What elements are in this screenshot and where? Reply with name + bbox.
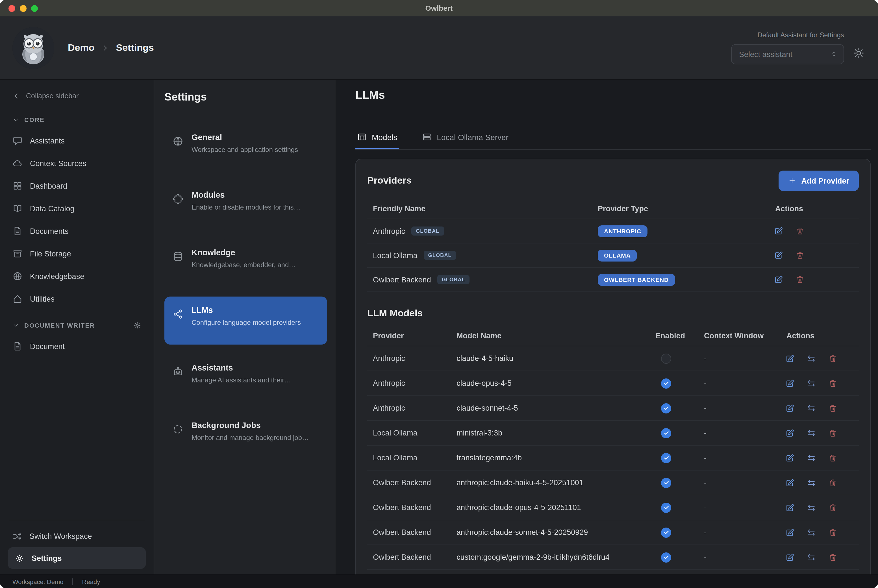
swap-icon[interactable] <box>807 553 816 562</box>
sidebar-section-document-writer[interactable]: DOCUMENT WRITER <box>0 316 154 335</box>
enabled-checkbox[interactable] <box>661 478 671 488</box>
provider-row-anthropic: Anthropic GLOBAL ANTHROPIC <box>367 219 859 243</box>
sidebar-item-assistants[interactable]: Assistants <box>0 129 154 152</box>
trash-icon[interactable] <box>828 478 837 487</box>
settings-nav-item-assistants[interactable]: Assistants Manage AI assistants and thei… <box>164 354 327 402</box>
tab-models[interactable]: Models <box>356 132 399 149</box>
column-actions: Actions <box>781 332 859 340</box>
sidebar-item-dashboard[interactable]: Dashboard <box>0 174 154 197</box>
settings-nav-item-knowledge[interactable]: Knowledge Knowledgebase, embedder, and… <box>164 239 327 287</box>
trash-icon[interactable] <box>828 503 837 512</box>
column-model-name: Model Name <box>451 332 650 340</box>
swap-icon[interactable] <box>807 404 816 412</box>
check-icon <box>663 529 669 536</box>
trash-icon[interactable] <box>795 226 804 236</box>
enabled-checkbox[interactable] <box>661 453 671 463</box>
trash-icon[interactable] <box>828 428 837 438</box>
model-row: Owlbert Backend anthropic:claude-haiku-4… <box>367 471 859 495</box>
trash-icon[interactable] <box>828 453 837 462</box>
enabled-checkbox[interactable] <box>661 502 671 513</box>
check-icon <box>663 430 669 436</box>
check-icon <box>663 504 669 511</box>
column-friendly-name: Friendly Name <box>367 204 592 213</box>
llm-models-title: LLM Models <box>367 308 859 319</box>
check-icon <box>663 480 669 486</box>
edit-icon[interactable] <box>785 528 794 537</box>
assistant-select[interactable]: Select assistant <box>731 44 844 64</box>
settings-nav-item-background-jobs[interactable]: Background Jobs Monitor and manage backg… <box>164 412 327 460</box>
edit-icon[interactable] <box>785 428 794 438</box>
provider-name: Anthropic <box>373 227 405 235</box>
gear-icon[interactable] <box>134 321 141 329</box>
enabled-checkbox[interactable] <box>661 353 671 363</box>
theme-toggle-button[interactable] <box>853 47 864 58</box>
enabled-checkbox[interactable] <box>661 527 671 537</box>
swap-icon[interactable] <box>807 478 816 487</box>
edit-icon[interactable] <box>785 478 794 487</box>
column-context-window: Context Window <box>698 332 781 340</box>
database-icon <box>172 251 184 262</box>
edit-icon[interactable] <box>774 251 783 260</box>
edit-icon[interactable] <box>785 553 794 562</box>
settings-nav-item-general[interactable]: General Workspace and application settin… <box>164 124 327 172</box>
owl-logo-icon <box>12 27 54 69</box>
sidebar-item-utilities[interactable]: Utilities <box>0 288 154 310</box>
swap-icon[interactable] <box>807 379 816 388</box>
file-icon <box>12 341 23 351</box>
globe-icon <box>12 271 23 281</box>
chevron-right-icon <box>101 44 109 52</box>
edit-icon[interactable] <box>774 226 783 236</box>
edit-icon[interactable] <box>785 404 794 412</box>
swap-icon[interactable] <box>807 528 816 537</box>
enabled-checkbox[interactable] <box>661 403 671 413</box>
puzzle-icon <box>172 193 184 204</box>
sidebar-item-data-catalog[interactable]: Data Catalog <box>0 197 154 220</box>
breadcrumb-settings[interactable]: Settings <box>116 42 154 53</box>
sidebar-item-settings[interactable]: Settings <box>8 548 146 569</box>
edit-icon[interactable] <box>785 379 794 388</box>
add-provider-button[interactable]: Add Provider <box>779 171 859 191</box>
sidebar-item-context-sources[interactable]: Context Sources <box>0 152 154 174</box>
global-badge: GLOBAL <box>411 226 444 236</box>
swap-icon[interactable] <box>807 453 816 462</box>
trash-icon[interactable] <box>795 251 804 260</box>
edit-icon[interactable] <box>785 453 794 462</box>
sidebar-item-file-storage[interactable]: File Storage <box>0 242 154 265</box>
page-title: LLMs <box>356 88 870 102</box>
tab-local-ollama-server[interactable]: Local Ollama Server <box>420 132 510 149</box>
edit-icon[interactable] <box>785 503 794 512</box>
breadcrumb-workspace[interactable]: Demo <box>68 42 95 53</box>
settings-nav-item-llms[interactable]: LLMs Configure language model providers <box>164 297 327 345</box>
trash-icon[interactable] <box>828 528 837 537</box>
trash-icon[interactable] <box>828 354 837 363</box>
edit-icon[interactable] <box>774 275 783 284</box>
sidebar-item-knowledgebase[interactable]: Knowledgebase <box>0 265 154 288</box>
trash-icon[interactable] <box>828 379 837 388</box>
enabled-checkbox[interactable] <box>661 428 671 438</box>
enabled-checkbox[interactable] <box>661 378 671 388</box>
llm-settings-card: Providers Add Provider Friendly Name Pro… <box>356 159 870 574</box>
settings-nav-item-modules[interactable]: Modules Enable or disable modules for th… <box>164 182 327 230</box>
sidebar-item-document[interactable]: Document <box>0 335 154 357</box>
chevron-left-icon <box>12 92 20 100</box>
sidebar-item-switch-workspace[interactable]: Switch Workspace <box>0 525 154 548</box>
provider-type-badge: OLLAMA <box>598 249 637 261</box>
edit-icon[interactable] <box>785 354 794 363</box>
swap-icon[interactable] <box>807 428 816 438</box>
swap-icon[interactable] <box>807 503 816 512</box>
sidebar-section-core[interactable]: CORE <box>0 110 154 129</box>
table-icon <box>357 132 367 142</box>
check-icon <box>663 554 669 560</box>
enabled-checkbox[interactable] <box>661 552 671 562</box>
trash-icon[interactable] <box>795 275 804 284</box>
sidebar-item-documents[interactable]: Documents <box>0 220 154 242</box>
file-icon <box>12 226 23 236</box>
trash-icon[interactable] <box>828 404 837 412</box>
archive-icon <box>12 249 23 259</box>
models-table-header: Provider Model Name Enabled Context Wind… <box>367 326 859 346</box>
trash-icon[interactable] <box>828 553 837 562</box>
default-assistant-label: Default Assistant for Settings <box>757 31 844 39</box>
swap-icon[interactable] <box>807 354 816 363</box>
book-icon <box>12 203 23 213</box>
collapse-sidebar-button[interactable]: Collapse sidebar <box>0 87 154 105</box>
